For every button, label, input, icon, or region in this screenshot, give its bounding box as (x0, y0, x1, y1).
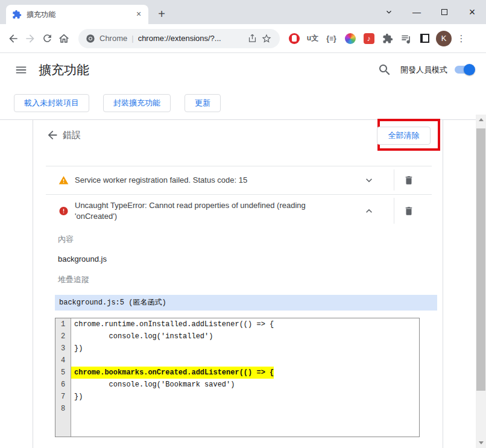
maximize-icon (441, 9, 447, 15)
code-text: }) (71, 342, 83, 355)
code-line: 8 (55, 403, 419, 415)
new-tab-button[interactable]: + (153, 6, 170, 23)
code-text: console.log('installed') (71, 330, 213, 342)
tab-search-icon[interactable] (375, 0, 403, 24)
code-line: 6 console.log('Bookmark saved') (55, 379, 419, 391)
tab-title: 擴充功能 (27, 10, 134, 20)
line-number: 3 (55, 342, 71, 355)
code-text: console.log('Bookmark saved') (71, 379, 235, 391)
errors-page-title: 錯誤 (63, 130, 81, 141)
dev-mode-toggle[interactable] (455, 66, 474, 74)
error-row-warning[interactable]: Service worker registration failed. Stat… (33, 166, 443, 194)
translate-extension-icon[interactable]: u文 (303, 30, 322, 47)
errors-card-header: 錯誤 全部清除 (33, 120, 443, 151)
context-value: background.js (58, 254, 107, 263)
line-number: 7 (55, 391, 71, 403)
navigation-bar: Chrome | chrome://extensions/?... u文 {≡}… (0, 24, 486, 53)
error-icon (58, 206, 69, 216)
chrome-logo-icon (86, 34, 95, 43)
error-message: Service worker registration failed. Stat… (75, 175, 328, 186)
line-number: 4 (55, 355, 71, 367)
page-title: 擴充功能 (39, 62, 377, 78)
row-separator (394, 198, 394, 224)
actions-row: 載入未封裝項目 封裝擴充功能 更新 (0, 86, 486, 120)
code-line: 4 (55, 355, 419, 367)
url-text[interactable]: chrome://extensions/?... (138, 34, 245, 43)
side-panel-icon[interactable] (415, 30, 434, 47)
extensions-header: 擴充功能 開發人員模式 (0, 53, 486, 86)
extension-toolbar: u文 {≡} ♪ (285, 30, 434, 47)
tab-close-icon[interactable]: × (134, 10, 144, 19)
scrollbar[interactable] (476, 115, 486, 448)
site-chip: Chrome (99, 34, 127, 43)
back-to-extensions-icon[interactable] (46, 128, 59, 142)
row-separator (394, 169, 394, 191)
window-controls: — × (375, 0, 486, 24)
forward-icon[interactable] (22, 30, 39, 47)
delete-error-icon[interactable] (403, 175, 414, 186)
minimize-button[interactable]: — (403, 0, 431, 24)
search-icon[interactable] (377, 63, 392, 77)
warning-icon (58, 175, 69, 185)
extensions-puzzle-icon[interactable] (378, 30, 397, 47)
delete-error-icon[interactable] (403, 206, 414, 216)
code-line: 2 console.log('installed') (55, 330, 419, 342)
music-extension-icon[interactable]: ♪ (359, 30, 378, 47)
json-viewer-icon[interactable]: {≡} (322, 30, 341, 47)
home-icon[interactable] (55, 30, 72, 47)
chevron-down-icon[interactable] (363, 174, 375, 186)
code-text (71, 355, 74, 367)
highlighted-code-text: chrome.bookmarks.onCreated.addListener((… (71, 367, 274, 379)
adblock-hand-icon[interactable] (285, 30, 303, 47)
address-bar[interactable]: Chrome | chrome://extensions/?... (78, 29, 280, 48)
chevron-up-icon[interactable] (363, 205, 375, 217)
playlist-icon[interactable] (397, 30, 415, 47)
dev-mode-label: 開發人員模式 (400, 65, 447, 75)
scrollbar-thumb[interactable] (476, 128, 485, 391)
bookmark-star-icon[interactable] (259, 31, 274, 46)
code-text: chrome.runtime.onInstalled.addListener((… (71, 318, 274, 330)
titlebar: 擴充功能 × + — × (0, 0, 486, 24)
back-icon[interactable] (5, 30, 22, 47)
close-window-button[interactable]: × (458, 0, 486, 24)
profile-avatar[interactable]: K (436, 31, 452, 46)
toggle-thumb (464, 64, 475, 75)
extension-puzzle-favicon (12, 10, 22, 19)
code-line: 3}) (55, 342, 419, 355)
browser-window: 擴充功能 × + — × Chrome (0, 0, 486, 448)
pack-extension-button[interactable]: 封裝擴充功能 (103, 94, 171, 112)
scrollbar-up-arrow[interactable] (476, 115, 486, 125)
share-icon[interactable] (245, 31, 259, 46)
browser-menu-icon[interactable]: ⋮ (453, 30, 470, 47)
red-annotation-box: 全部清除 (377, 119, 440, 151)
code-line: 5chrome.bookmarks.onCreated.addListener(… (55, 367, 419, 379)
stack-trace-label: 堆疊追蹤 (58, 274, 89, 285)
code-line: 1chrome.runtime.onInstalled.addListener(… (55, 318, 419, 330)
browser-tab[interactable]: 擴充功能 × (6, 5, 148, 24)
line-number: 6 (55, 379, 71, 391)
error-row-typeerror[interactable]: Uncaught TypeError: Cannot read properti… (33, 194, 443, 227)
code-text: }) (71, 391, 83, 403)
scrollbar-down-arrow[interactable] (476, 438, 486, 448)
line-number: 2 (55, 330, 71, 342)
maximize-button[interactable] (431, 0, 458, 24)
load-unpacked-button[interactable]: 載入未封裝項目 (14, 94, 89, 112)
code-line: 7}) (55, 391, 419, 403)
stack-frame-row[interactable]: background.js:5 (匿名函式) (55, 295, 437, 311)
url-separator: | (131, 34, 133, 43)
line-number: 8 (55, 403, 71, 415)
line-number: 5 (55, 367, 71, 379)
color-wheel-icon[interactable] (341, 30, 359, 47)
context-label: 內容 (58, 234, 74, 245)
hamburger-menu-icon[interactable] (14, 63, 28, 77)
code-block[interactable]: 1chrome.runtime.onInstalled.addListener(… (55, 318, 420, 437)
line-number: 1 (55, 318, 71, 330)
clear-all-button[interactable]: 全部清除 (377, 127, 431, 145)
errors-card: 錯誤 全部清除 Service worker registration fail… (33, 120, 443, 448)
update-button[interactable]: 更新 (185, 94, 221, 112)
code-text (71, 403, 74, 415)
reload-icon[interactable] (39, 30, 55, 47)
error-message: Uncaught TypeError: Cannot read properti… (75, 200, 328, 222)
